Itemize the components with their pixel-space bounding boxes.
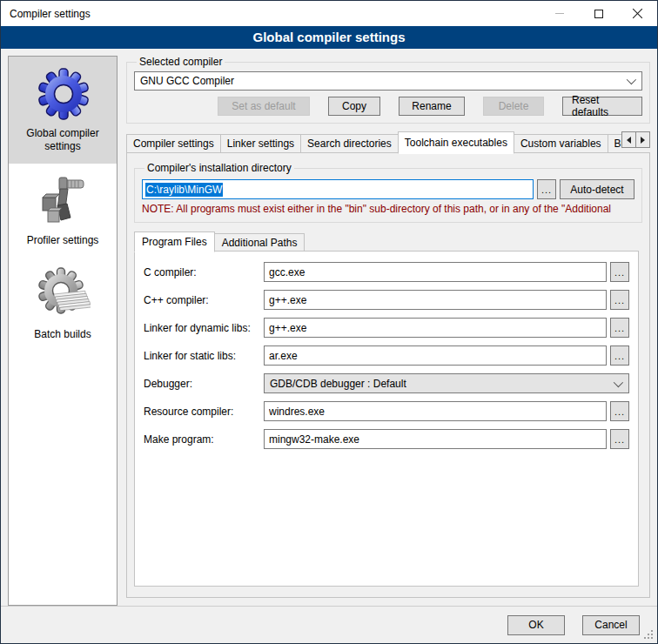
browse-dynamic-linker-button[interactable]: ... — [610, 318, 629, 338]
selected-compiler-group: Selected compiler GNU GCC Compiler Set a… — [126, 56, 650, 124]
program-files-tabstrip: Program Files Additional Paths — [134, 231, 642, 252]
dynamic-linker-row: Linker for dynamic libs: ... — [144, 318, 629, 338]
tab-custom-variables[interactable]: Custom variables — [514, 134, 608, 153]
tab-scroll-right-button[interactable] — [635, 131, 650, 148]
copy-button[interactable]: Copy — [328, 97, 380, 116]
installation-directory-group: Compiler's installation directory C:\ray… — [134, 162, 642, 223]
tab-compiler-settings[interactable]: Compiler settings — [126, 134, 221, 153]
browse-make-program-button[interactable]: ... — [610, 429, 629, 449]
cpp-compiler-row: C++ compiler: ... — [144, 290, 629, 310]
dialog-body: Global compiler settings — [1, 49, 657, 606]
make-program-label: Make program: — [144, 433, 264, 446]
browse-install-dir-button[interactable]: ... — [537, 179, 556, 199]
sidebar-item-global-compiler-settings[interactable]: Global compiler settings — [9, 57, 117, 164]
compiler-settings-dialog: Compiler settings Global compiler settin… — [0, 0, 658, 644]
reset-defaults-button[interactable]: Reset defaults — [562, 97, 642, 116]
tab-additional-paths[interactable]: Additional Paths — [214, 233, 306, 252]
tab-toolchain-executables[interactable]: Toolchain executables — [398, 131, 514, 154]
caliper-icon — [35, 172, 91, 228]
compiler-select[interactable]: GNU GCC Compiler — [134, 71, 642, 91]
make-program-row: Make program: ... — [144, 429, 629, 449]
installation-directory-row: C:\raylib\MinGW ... Auto-detect — [142, 179, 634, 199]
page-title: Global compiler settings — [1, 26, 657, 49]
static-linker-input[interactable] — [264, 345, 607, 366]
arrow-right-icon — [641, 137, 645, 144]
sidebar-item-profiler-settings[interactable]: Profiler settings — [9, 164, 117, 258]
install-dir-input[interactable]: C:\raylib\MinGW — [142, 179, 534, 199]
maximize-button[interactable] — [579, 1, 618, 26]
dynamic-linker-input[interactable] — [264, 318, 607, 338]
auto-detect-button[interactable]: Auto-detect — [560, 179, 634, 199]
static-linker-row: Linker for static libs: ... — [144, 345, 629, 366]
titlebar[interactable]: Compiler settings — [1, 1, 657, 26]
set-as-default-button[interactable]: Set as default — [218, 97, 310, 116]
static-linker-label: Linker for static libs: — [144, 350, 264, 362]
sidebar-item-label: Profiler settings — [12, 234, 113, 247]
debugger-row: Debugger: GDB/CDB debugger : Default — [144, 373, 629, 393]
cancel-button[interactable]: Cancel — [582, 615, 640, 635]
resource-compiler-row: Resource compiler: ... — [144, 401, 629, 421]
resize-grip[interactable] — [644, 630, 654, 640]
settings-category-list: Global compiler settings — [8, 56, 118, 606]
install-dir-selected-text: C:\raylib\MinGW — [145, 183, 223, 197]
compiler-select-value: GNU GCC Compiler — [140, 75, 627, 87]
window-title: Compiler settings — [1, 8, 540, 20]
minimize-button[interactable] — [540, 1, 579, 26]
debugger-select-value: GDB/CDB debugger : Default — [270, 378, 614, 390]
dialog-footer: OK Cancel — [1, 606, 657, 643]
c-compiler-label: C compiler: — [144, 266, 264, 278]
browse-cpp-compiler-button[interactable]: ... — [610, 290, 629, 310]
chevron-down-icon — [614, 377, 623, 386]
program-files-page: C compiler: ... C++ compiler: ... Linker… — [134, 251, 639, 587]
c-compiler-row: C compiler: ... — [144, 262, 629, 282]
blue-gear-icon — [35, 65, 91, 121]
rename-button[interactable]: Rename — [399, 97, 465, 116]
minimize-icon — [555, 13, 564, 14]
tab-program-files[interactable]: Program Files — [134, 231, 215, 252]
compiler-actions: Set as default Copy Rename Delete Reset … — [134, 97, 642, 116]
tab-scroll-controls — [622, 131, 650, 148]
close-icon — [632, 8, 643, 19]
debugger-select[interactable]: GDB/CDB debugger : Default — [264, 373, 629, 393]
tab-scroll-left-button[interactable] — [621, 131, 636, 148]
browse-c-compiler-button[interactable]: ... — [610, 262, 629, 282]
selected-compiler-legend: Selected compiler — [137, 56, 225, 68]
arrow-left-icon — [627, 137, 631, 144]
cpp-compiler-input[interactable] — [264, 290, 607, 310]
settings-tabstrip: Compiler settings Linker settings Search… — [126, 131, 650, 153]
sidebar-item-label: Batch builds — [12, 328, 113, 341]
toolchain-executables-page: Compiler's installation directory C:\ray… — [126, 152, 650, 598]
close-button[interactable] — [618, 1, 657, 26]
maximize-icon — [594, 10, 603, 18]
browse-resource-compiler-button[interactable]: ... — [610, 401, 629, 421]
tab-search-directories[interactable]: Search directories — [300, 134, 399, 153]
c-compiler-input[interactable] — [264, 262, 607, 282]
ok-button[interactable]: OK — [507, 615, 565, 635]
installation-directory-legend: Compiler's installation directory — [144, 162, 294, 174]
browse-static-linker-button[interactable]: ... — [610, 345, 629, 366]
bin-subdirectory-note: NOTE: All programs must exist either in … — [142, 203, 634, 215]
gray-gear-stack-icon — [35, 266, 91, 322]
debugger-label: Debugger: — [144, 378, 264, 390]
sidebar-item-batch-builds[interactable]: Batch builds — [9, 258, 117, 352]
resource-compiler-input[interactable] — [264, 401, 607, 421]
main-panel: Selected compiler GNU GCC Compiler Set a… — [126, 56, 650, 606]
cpp-compiler-label: C++ compiler: — [144, 294, 264, 306]
chevron-down-icon — [627, 75, 636, 84]
make-program-input[interactable] — [264, 429, 607, 449]
dynamic-linker-label: Linker for dynamic libs: — [144, 322, 264, 334]
tab-linker-settings[interactable]: Linker settings — [220, 134, 301, 153]
delete-button[interactable]: Delete — [483, 97, 544, 116]
resource-compiler-label: Resource compiler: — [144, 406, 264, 418]
window-controls — [540, 1, 657, 26]
sidebar-item-label: Global compiler settings — [12, 127, 113, 153]
